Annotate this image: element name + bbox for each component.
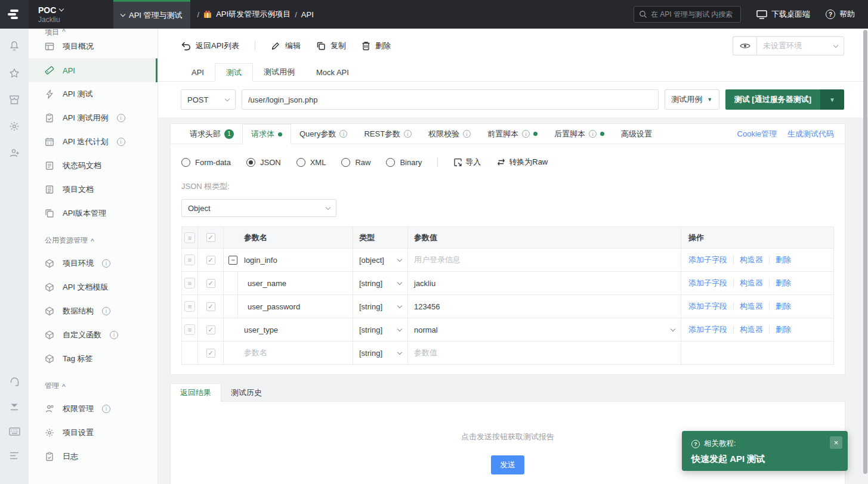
row-checkbox[interactable]: ✓: [206, 279, 215, 288]
sidebar-item-api[interactable]: API: [29, 58, 157, 82]
sidebar-item-data-structure[interactable]: 数据结构 i: [29, 299, 157, 323]
global-search[interactable]: [634, 6, 741, 23]
type-select[interactable]: [string]: [353, 318, 408, 341]
drag-handle[interactable]: ≡: [184, 324, 195, 335]
constructor-link[interactable]: 构造器: [740, 278, 763, 288]
tab-query-params[interactable]: Query参数 i: [291, 124, 356, 144]
toast-close-button[interactable]: ×: [830, 436, 842, 449]
send-button[interactable]: 发送: [491, 455, 524, 474]
delete-row-link[interactable]: 删除: [776, 255, 791, 265]
row-checkbox[interactable]: ✓: [206, 302, 215, 311]
tab-result[interactable]: 返回结果: [170, 383, 221, 402]
cookie-manage-link[interactable]: Cookie管理: [737, 129, 777, 139]
environment-preview-button[interactable]: [733, 37, 757, 55]
invite-member-button[interactable]: [9, 148, 20, 159]
import-button[interactable]: 导入: [453, 157, 481, 167]
type-select[interactable]: [string]: [353, 342, 408, 364]
changelog-button[interactable]: [9, 452, 20, 460]
drag-handle[interactable]: ≡: [184, 278, 195, 288]
param-value-input[interactable]: 参数值: [414, 348, 437, 358]
copy-button[interactable]: 复制: [316, 41, 346, 51]
radio-raw[interactable]: Raw: [341, 158, 370, 167]
search-input[interactable]: [651, 10, 734, 18]
generate-test-code-link[interactable]: 生成测试代码: [787, 129, 834, 139]
environment-select[interactable]: 未设置环境: [757, 37, 844, 55]
param-name[interactable]: user_password: [248, 302, 300, 311]
favorites-button[interactable]: [9, 68, 20, 79]
param-name[interactable]: login_info: [244, 256, 277, 265]
tab-rest-params[interactable]: REST参数 i: [356, 124, 420, 144]
tab-advanced[interactable]: 高级设置: [613, 124, 660, 144]
sidebar-section-shared[interactable]: 公用资源管理 ^: [29, 225, 157, 252]
support-button[interactable]: [9, 376, 20, 387]
param-value[interactable]: 123456: [414, 302, 440, 311]
tab-test-case[interactable]: 测试用例: [253, 63, 305, 81]
tab-pre-script[interactable]: 前置脚本 i: [479, 124, 546, 144]
breadcrumb-page[interactable]: API: [301, 10, 314, 19]
sidebar-item-custom-function[interactable]: 自定义函数 i: [29, 323, 157, 347]
add-child-field-link[interactable]: 添加子字段: [688, 301, 727, 312]
delete-row-link[interactable]: 删除: [776, 324, 791, 335]
workspace-switcher[interactable]: POC Jackliu: [38, 0, 113, 29]
sidebar-item-log[interactable]: 日志: [29, 445, 157, 469]
delete-row-link[interactable]: 删除: [776, 278, 791, 288]
row-checkbox[interactable]: ✓: [206, 256, 215, 265]
sidebar-item-project-overview[interactable]: 项目概况: [29, 35, 157, 58]
url-input[interactable]: [242, 89, 659, 110]
param-name[interactable]: user_name: [248, 279, 286, 288]
type-select[interactable]: [object]: [353, 249, 408, 271]
constructor-link[interactable]: 构造器: [740, 255, 763, 265]
back-to-api-list-button[interactable]: 返回API列表: [181, 41, 239, 51]
convert-to-raw-button[interactable]: 转换为Raw: [496, 157, 548, 167]
row-checkbox[interactable]: ✓: [206, 349, 215, 358]
tab-request-headers[interactable]: 请求头部 1: [181, 124, 242, 144]
settings-button[interactable]: [9, 121, 20, 132]
add-child-field-link[interactable]: 添加子字段: [688, 255, 727, 265]
method-select[interactable]: POST: [181, 89, 236, 110]
edit-button[interactable]: 编辑: [271, 41, 301, 51]
sidebar-item-api-version[interactable]: API版本管理: [29, 201, 157, 225]
collapse-button[interactable]: [9, 403, 20, 411]
sidebar-item-tag[interactable]: Tag 标签: [29, 347, 157, 371]
delete-button[interactable]: 删除: [362, 41, 391, 51]
type-select[interactable]: [string]: [353, 272, 408, 294]
tab-test[interactable]: 测试: [215, 63, 253, 82]
help-button[interactable]: ? 帮助: [826, 9, 855, 20]
sidebar-item-project-doc[interactable]: 项目文档: [29, 178, 157, 201]
tab-api[interactable]: API: [181, 63, 215, 81]
param-value[interactable]: jackliu: [414, 279, 435, 288]
row-checkbox[interactable]: ✓: [206, 325, 215, 334]
sidebar-item-api-iteration-plan[interactable]: API 迭代计划 i: [29, 130, 157, 154]
test-case-dropdown-button[interactable]: 测试用例 ▼: [665, 89, 719, 110]
radio-json[interactable]: JSON: [246, 158, 281, 167]
sidebar-item-permission[interactable]: 权限管理 i: [29, 397, 157, 421]
run-test-dropdown[interactable]: ▼: [820, 89, 844, 110]
tab-request-body[interactable]: 请求体: [242, 124, 291, 144]
add-child-field-link[interactable]: 添加子字段: [688, 324, 727, 335]
radio-xml[interactable]: XML: [296, 158, 326, 167]
value-select[interactable]: normal: [408, 318, 681, 341]
drag-handle[interactable]: ≡: [184, 301, 195, 312]
delete-row-link[interactable]: 删除: [776, 301, 791, 312]
radio-binary[interactable]: Binary: [386, 158, 422, 167]
projects-button[interactable]: [9, 95, 20, 105]
sidebar-item-project-env[interactable]: 项目环境 i: [29, 252, 157, 275]
constructor-link[interactable]: 构造器: [740, 324, 763, 335]
sidebar-item-status-code-doc[interactable]: 状态码文档: [29, 154, 157, 178]
param-name-input[interactable]: 参数名: [244, 348, 267, 358]
add-child-field-link[interactable]: 添加子字段: [688, 278, 727, 288]
toast-title[interactable]: 快速发起 API 测试: [691, 454, 838, 465]
radio-form-data[interactable]: Form-data: [181, 158, 231, 167]
constructor-link[interactable]: 构造器: [740, 301, 763, 312]
run-test-button[interactable]: 测试 [通过服务器测试] ▼: [725, 89, 844, 110]
sidebar-item-api-test-case[interactable]: API 测试用例 i: [29, 106, 157, 130]
product-tab[interactable]: API 管理与测试: [113, 0, 190, 29]
param-name[interactable]: user_type: [244, 325, 278, 334]
tab-auth[interactable]: 权限校验 i: [420, 124, 479, 144]
sidebar-section-manage[interactable]: 管理 ^: [29, 371, 157, 397]
drag-handle[interactable]: ≡: [184, 255, 195, 265]
select-all-checkbox[interactable]: ✓: [206, 233, 215, 242]
param-value[interactable]: 用户登录信息: [414, 255, 461, 265]
type-select[interactable]: [string]: [353, 295, 408, 318]
tab-test-history[interactable]: 测试历史: [221, 383, 271, 402]
